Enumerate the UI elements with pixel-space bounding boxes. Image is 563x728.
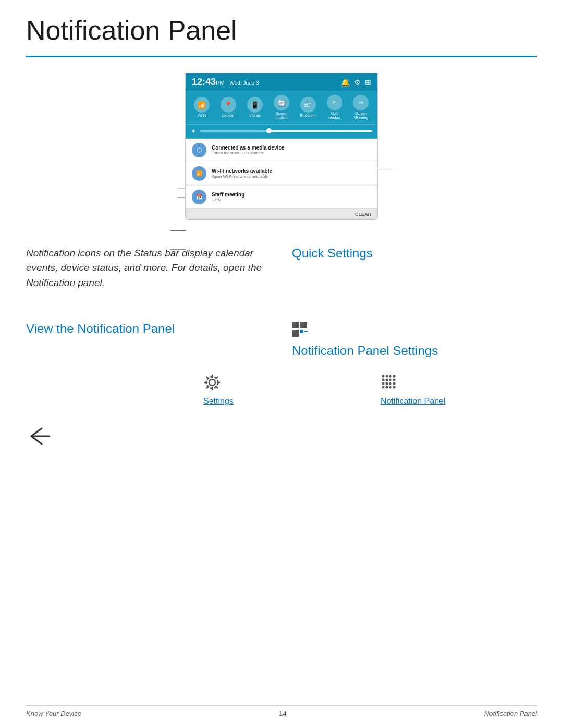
notif-wifi-text: Wi-Fi networks available Open Wi-Fi netw… (212, 168, 272, 179)
page-header: Notification Panel (0, 0, 563, 51)
svg-point-30 (389, 382, 392, 385)
qs-location-icon: 📍 (221, 97, 236, 113)
notif-wifi-title: Wi-Fi networks available (212, 168, 272, 174)
back-arrow-container (26, 426, 52, 449)
screenshot-container: Quick Settings Status bar 12:43PM Wed, J… (26, 73, 537, 219)
notif-usb-title: Connected as a media device (212, 145, 285, 151)
qs-mirror: ▭ ScreenMirroring (353, 95, 369, 119)
notif-panel-link-area: Notification Panel (381, 374, 537, 449)
qs-multi: ⊟ Multiwindow (327, 95, 342, 119)
phone-screen: 12:43PM Wed, June 3 🔔 ⚙ ⊞ 📶 Wi-Fi (186, 73, 377, 219)
settings-icons-area: Settings Notifica (0, 368, 563, 480)
qs-vibrate: 📳 Vibrate (247, 97, 263, 118)
qs-mirror-label: ScreenMirroring (354, 112, 369, 119)
svg-rect-14 (292, 330, 299, 337)
qs-vibrate-icon: 📳 (247, 97, 263, 113)
notif-usb-subtitle: Touch for other USB options. (212, 151, 285, 155)
view-section: View the Notification Panel (26, 322, 271, 368)
status-icons: 🔔 ⚙ ⊞ (341, 78, 371, 87)
back-arrow-area (26, 374, 182, 449)
status-bar: 12:43PM Wed, June 3 🔔 ⚙ ⊞ (186, 73, 377, 91)
grid-icon: ⊞ (365, 78, 371, 87)
qs-multi-label: Multiwindow (328, 112, 340, 119)
settings-gear-large-icon (203, 374, 221, 391)
qs-vibrate-label: Vibrate (249, 114, 261, 118)
svg-point-28 (382, 382, 385, 385)
back-arrow-icon (26, 426, 52, 447)
settings-link-area: Settings (203, 374, 360, 449)
notif-item-wifi: 📶 Wi-Fi networks available Open Wi-Fi ne… (186, 162, 377, 186)
svg-point-21 (386, 375, 388, 378)
quick-settings-bar: 📶 Wi-Fi 📍 Location 📳 Vibrate 🔄 Screenrot… (186, 91, 377, 124)
settings-gear-area (203, 374, 360, 393)
notif-calendar-subtitle: 1 PM (212, 198, 244, 202)
view-heading: View the Notification Panel (26, 322, 271, 336)
svg-rect-12 (292, 322, 299, 328)
time-display: 12:43PM (192, 77, 225, 88)
notif-usb-icon: ⬡ (192, 143, 206, 157)
notif-wifi-icon: 📶 (192, 166, 206, 181)
notifications-list: ⬡ Connected as a media device Touch for … (186, 139, 377, 219)
quick-settings-heading: Quick Settings (292, 246, 537, 261)
qs-rotation-icon: 🔄 (274, 95, 289, 110)
notif-settings-heading: Notification Panel Settings (292, 343, 537, 358)
svg-rect-13 (300, 322, 307, 328)
brightness-track (200, 130, 372, 132)
qs-wifi: 📶 Wi-Fi (194, 97, 210, 118)
svg-point-29 (386, 382, 388, 385)
svg-point-20 (382, 375, 385, 378)
svg-point-22 (389, 375, 392, 378)
page-footer: Know Your Device 14 Notification Panel (26, 705, 537, 718)
svg-point-19 (206, 377, 218, 388)
qs-rotation: 🔄 Screenrotation (274, 95, 289, 119)
right-column: Quick Settings (292, 246, 537, 312)
left-column: Notification icons on the Status bar dis… (26, 246, 271, 312)
notif-panel-link[interactable]: Notification Panel (381, 397, 446, 405)
qs-location: 📍 Location (221, 97, 236, 118)
footer-page-number: 14 (279, 710, 286, 718)
settings-gear-icon: ⚙ (354, 78, 361, 87)
page-title: Notification Panel (26, 16, 537, 45)
date-display: Wed, June 3 (230, 80, 259, 86)
svg-point-32 (382, 386, 385, 389)
header-divider (26, 56, 537, 57)
apps-grid-icon (292, 322, 311, 337)
notif-footer: CLEAR (186, 209, 377, 219)
svg-point-31 (393, 382, 396, 385)
clear-button[interactable]: CLEAR (355, 212, 371, 217)
phone-screenshot: 12:43PM Wed, June 3 🔔 ⚙ ⊞ 📶 Wi-Fi (185, 73, 378, 219)
apps-dots-icon (381, 374, 398, 391)
svg-point-25 (386, 379, 388, 381)
qs-location-label: Location (222, 114, 235, 118)
apps-dots-icon-area (381, 374, 537, 393)
brightness-thumb (266, 128, 272, 133)
notif-wifi-subtitle: Open Wi-Fi networks available (212, 174, 272, 179)
brightness-fill (269, 130, 372, 132)
qs-multi-icon: ⊟ (327, 95, 342, 110)
svg-rect-15 (300, 330, 303, 333)
notif-calendar-icon: 📅 (192, 190, 206, 204)
notif-usb-text: Connected as a media device Touch for ot… (212, 145, 285, 155)
svg-point-33 (386, 386, 388, 389)
qs-rotation-label: Screenrotation (275, 112, 287, 119)
brightness-icon: ✦ (191, 128, 196, 135)
svg-point-18 (209, 379, 215, 386)
description-text: Notification icons on the Status bar dis… (26, 246, 271, 291)
svg-point-35 (393, 386, 396, 389)
qs-bluetooth-icon: BT (300, 97, 316, 113)
settings-link[interactable]: Settings (203, 397, 234, 405)
apps-grid-area (292, 322, 537, 339)
notif-item-calendar: 📅 Staff meeting 1 PM (186, 186, 377, 209)
notif-calendar-text: Staff meeting 1 PM (212, 192, 244, 202)
footer-right-text: Notification Panel (484, 710, 537, 718)
svg-point-34 (389, 386, 392, 389)
qs-wifi-icon: 📶 (194, 97, 210, 113)
brightness-bar: ✦ (186, 125, 377, 139)
footer-left-text: Know Your Device (26, 710, 81, 718)
lower-content: View the Notification Panel Notification… (0, 322, 563, 368)
svg-point-23 (393, 375, 396, 378)
qs-bluetooth-label: Bluetooth (300, 114, 316, 118)
qs-mirror-icon: ▭ (353, 95, 369, 110)
qs-wifi-label: Wi-Fi (198, 114, 206, 118)
notif-settings-section: Notification Panel Settings (292, 322, 537, 368)
